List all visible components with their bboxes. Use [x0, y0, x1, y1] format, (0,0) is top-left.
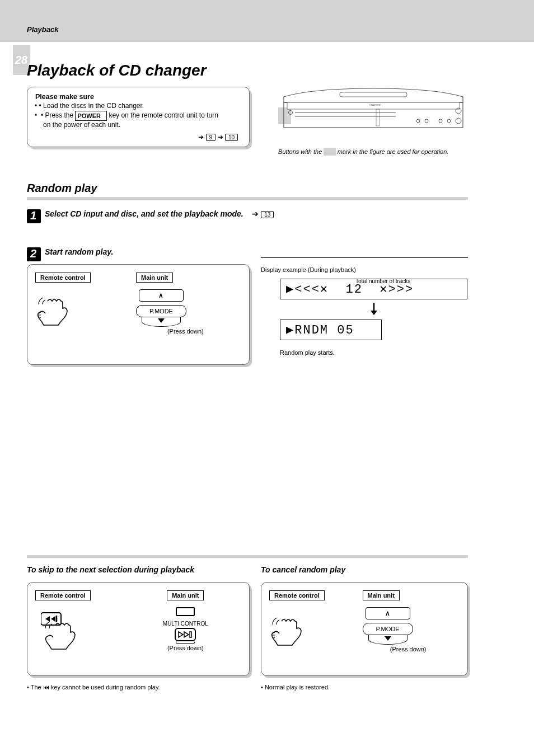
rocker-down-2	[368, 635, 407, 645]
multi-control-label: MULTI CONTROL	[163, 621, 208, 627]
svg-point-11	[456, 118, 461, 124]
svg-rect-5	[376, 109, 380, 126]
remote-control-label-2: Remote control	[35, 590, 91, 600]
prep-label: Please make sure	[35, 93, 241, 101]
svg-rect-17	[190, 632, 191, 637]
pmode-button-2[interactable]: P.MODE	[363, 623, 413, 635]
prep-item-1: • Load the discs in the CD changer.	[35, 102, 241, 111]
page-ref-10: 10	[225, 134, 238, 141]
step-2-text: Start random play.	[45, 247, 113, 256]
page-ref-9: 9	[206, 134, 216, 141]
prep-item-3: on the power of each unit.	[35, 121, 241, 129]
page-title: Playback of CD changer	[27, 62, 207, 79]
pmode-rocker-2[interactable]: ∧ P.MODE	[363, 607, 413, 645]
step-2: 2	[27, 247, 41, 261]
divider-1	[27, 197, 468, 200]
svg-text:KENWOOD: KENWOOD	[369, 104, 381, 106]
main-unit-label: Main unit	[136, 273, 173, 283]
skip-forward-icon	[177, 631, 193, 638]
lcd-line-2: ▶RNDM 05	[280, 320, 382, 340]
device-caption: Buttons with the mark in the figure are …	[278, 148, 448, 155]
page-ref-13: 13	[261, 211, 274, 218]
random-play-panel: Remote control Main unit ∧ P.MODE (Press…	[27, 264, 250, 365]
preparation-box: Please make sure • Load the discs in the…	[27, 87, 250, 147]
remote-control-label: Remote control	[35, 273, 91, 283]
pmode-rocker[interactable]: ∧ P.MODE	[136, 289, 186, 327]
rocker-down	[142, 317, 181, 327]
power-button-label: POWER	[75, 111, 107, 121]
highlight-mark	[324, 148, 335, 156]
svg-point-2	[289, 111, 293, 115]
svg-rect-12	[340, 92, 407, 97]
skip-note: • The ⏮ key cannot be used during random…	[27, 684, 250, 691]
remote-top-icon	[176, 607, 195, 616]
hand-press-icon-2	[269, 612, 320, 651]
svg-point-7	[425, 119, 428, 123]
header-section-label: Playback	[27, 25, 58, 34]
pmode-button[interactable]: P.MODE	[136, 305, 186, 317]
lcd-display-area: ▶<<<✕ 12 ✕>>> ▶RNDM 05	[280, 279, 467, 340]
device-illustration: KENWOOD	[278, 86, 469, 132]
skip-panel: Remote control Main unit MULTI CONTROL	[27, 582, 250, 676]
skip-section-title: To skip to the next selection during pla…	[27, 565, 194, 574]
svg-point-6	[416, 119, 420, 123]
rocker-up-icon: ∧	[139, 289, 184, 302]
header-band	[0, 0, 534, 42]
skip-forward-button[interactable]	[175, 628, 196, 641]
cancel-panel: Remote control Main unit ∧ P.MODE (Press…	[261, 582, 468, 676]
svg-point-9	[447, 119, 451, 123]
down-arrow-icon	[369, 303, 378, 316]
press-down-label-2: (Press down)	[163, 645, 208, 651]
rndm-caption: Random play starts.	[280, 349, 335, 356]
hand-press-icon	[35, 292, 86, 331]
cancel-note: • Normal play is restored.	[261, 684, 468, 691]
step-1-text: Select CD input and disc, and set the pl…	[45, 209, 274, 218]
remote-under-icon	[176, 641, 195, 644]
display-example-label: Display example (During playback)	[261, 266, 356, 273]
rocker-up-icon-2: ∧	[366, 607, 410, 619]
main-unit-label-2: Main unit	[167, 590, 204, 600]
random-play-title: Random play	[27, 182, 97, 195]
lcd-line-1: ▶<<<✕ 12 ✕>>>	[280, 279, 467, 299]
press-down-label: (Press down)	[136, 328, 235, 335]
prep-item-2: • Press the POWER key on the remote cont…	[35, 111, 241, 121]
prep-page-refs: ➔ 9 ➔ 10	[198, 133, 238, 141]
divider-2	[27, 555, 468, 558]
cancel-section-title: To cancel random play	[261, 565, 345, 574]
main-unit-label-3: Main unit	[363, 590, 400, 600]
press-down-label-3: (Press down)	[363, 646, 454, 652]
remote-control-label-3: Remote control	[269, 590, 325, 600]
step-1: 1	[27, 209, 41, 223]
hand-press-remote-icon	[41, 612, 97, 651]
divider-thin-1	[261, 257, 468, 258]
svg-point-8	[439, 119, 442, 123]
